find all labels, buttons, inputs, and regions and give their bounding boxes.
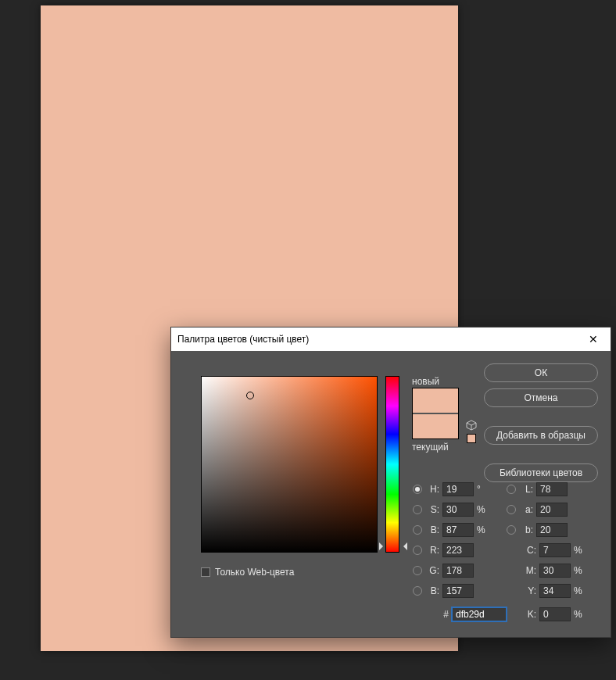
label-m: M: <box>522 565 536 576</box>
label-g: G: <box>425 565 439 576</box>
unit-c: % <box>574 545 585 556</box>
label-b-rgb: B: <box>425 585 439 596</box>
dialog-button-column: ОК Отмена Добавить в образцы Библиотеки … <box>484 363 598 489</box>
hue-indicator-left-icon <box>379 542 387 550</box>
color-picker-dialog: Палитра цветов (чистый цвет) ✕ новый тек… <box>170 327 611 638</box>
label-a: a: <box>519 504 533 515</box>
input-y[interactable] <box>539 584 571 598</box>
numeric-fields-grid: H: ° L: S: % <box>413 479 600 625</box>
sv-cursor-icon <box>246 392 254 399</box>
radio-b-hsb[interactable] <box>413 525 422 535</box>
web-safe-swatch-icon[interactable] <box>467 434 476 443</box>
hue-slider[interactable] <box>385 376 399 553</box>
unit-s: % <box>477 504 488 515</box>
color-swatch-compare <box>412 388 459 439</box>
unit-y: % <box>574 585 585 596</box>
input-k[interactable] <box>539 607 571 621</box>
label-r: R: <box>425 545 439 556</box>
dialog-body: новый текущий ОК Отмена Добавить в образ… <box>171 351 611 637</box>
dialog-title: Палитра цветов (чистый цвет) <box>177 334 309 345</box>
web-colors-checkbox[interactable] <box>201 567 210 577</box>
label-l: L: <box>519 484 533 495</box>
input-b-hsb[interactable] <box>442 523 474 537</box>
ok-button[interactable]: ОК <box>484 363 598 382</box>
web-colors-label: Только Web-цвета <box>215 567 294 578</box>
input-m[interactable] <box>539 564 571 578</box>
input-l[interactable] <box>536 482 568 496</box>
radio-g[interactable] <box>413 566 422 575</box>
unit-k: % <box>574 609 585 620</box>
new-color-label: новый <box>412 376 439 387</box>
cancel-button[interactable]: Отмена <box>484 388 598 407</box>
dialog-titlebar: Палитра цветов (чистый цвет) ✕ <box>171 327 611 351</box>
current-color-label: текущий <box>412 442 449 453</box>
hue-indicator-right-icon <box>399 542 407 550</box>
input-a[interactable] <box>536 503 568 517</box>
new-color-swatch <box>413 388 458 413</box>
label-h: H: <box>425 484 439 495</box>
gamut-warning-icon[interactable] <box>466 420 477 431</box>
close-button[interactable]: ✕ <box>584 331 603 347</box>
input-b-rgb[interactable] <box>442 584 474 598</box>
saturation-value-field[interactable] <box>201 376 378 553</box>
radio-r[interactable] <box>413 546 422 555</box>
input-b-lab[interactable] <box>536 523 568 537</box>
unit-b-hsb: % <box>477 524 488 535</box>
label-k: K: <box>522 609 536 620</box>
web-colors-only-option[interactable]: Только Web-цвета <box>201 567 294 578</box>
input-h[interactable] <box>442 482 474 496</box>
input-c[interactable] <box>539 543 571 557</box>
input-r[interactable] <box>442 543 474 557</box>
radio-b-lab[interactable] <box>507 525 516 535</box>
radio-b-rgb[interactable] <box>413 586 422 596</box>
add-to-swatches-button[interactable]: Добавить в образцы <box>484 426 598 445</box>
label-b-hsb: B: <box>425 524 439 535</box>
unit-m: % <box>574 565 585 576</box>
radio-a[interactable] <box>507 505 516 514</box>
current-color-swatch[interactable] <box>413 414 458 438</box>
radio-s[interactable] <box>413 505 422 514</box>
radio-l[interactable] <box>507 485 516 494</box>
input-hex[interactable] <box>452 607 507 621</box>
input-g[interactable] <box>442 564 474 578</box>
hash-label: # <box>441 609 449 620</box>
label-c: C: <box>522 545 536 556</box>
unit-h: ° <box>477 484 488 495</box>
input-s[interactable] <box>442 503 474 517</box>
label-b-lab: b: <box>519 524 533 535</box>
label-y: Y: <box>522 585 536 596</box>
label-s: S: <box>425 504 439 515</box>
radio-h[interactable] <box>413 485 422 494</box>
